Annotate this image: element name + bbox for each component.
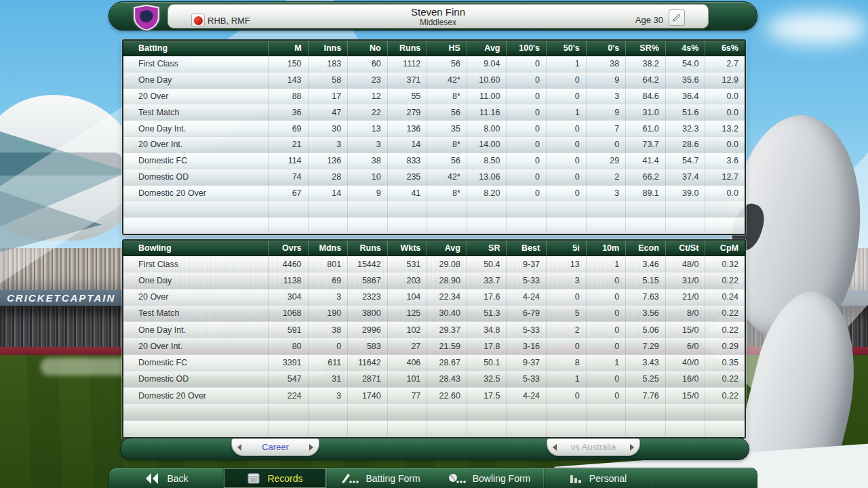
cell-value: 2323 xyxy=(348,289,388,305)
row-label xyxy=(123,218,269,233)
row-label: Domestic OD xyxy=(123,169,269,185)
cell-value: 55 xyxy=(388,89,428,104)
column-header: 50's xyxy=(547,41,587,56)
cell-value: 3 xyxy=(309,289,349,305)
cell-value: 34.8 xyxy=(467,322,507,338)
cell-value: 56 xyxy=(427,56,467,72)
cell-value: 39.0 xyxy=(666,186,706,201)
cell-value xyxy=(388,201,428,217)
cell-value: 88 xyxy=(269,89,309,104)
column-header: 0's xyxy=(587,41,627,56)
opponent-tab-label[interactable]: vs Australia xyxy=(571,442,616,452)
row-label xyxy=(123,421,269,436)
cell-value: 5-33 xyxy=(507,322,547,338)
row-label: 20 Over Int. xyxy=(123,137,269,152)
back-label: Back xyxy=(167,473,188,484)
cell-value: 0.0 xyxy=(705,104,745,120)
cell-value: 50.4 xyxy=(467,256,507,272)
table-row: Domestic OD74281023542*13.0600266.237.41… xyxy=(123,169,745,186)
cell-value: 5.25 xyxy=(626,371,666,387)
career-tab-label[interactable]: Career xyxy=(262,442,289,452)
cell-value: 69 xyxy=(269,121,309,136)
batting-stats-table: BattingMInnsNoRunsHSAvg100's50's0'sSR%4s… xyxy=(122,39,746,235)
cell-value: 54.0 xyxy=(666,56,706,72)
club-crest-icon xyxy=(130,3,163,32)
opponent-tab-selector[interactable]: vs Australia xyxy=(547,439,640,456)
career-tab-selector[interactable]: Career xyxy=(231,439,319,456)
cell-value: 583 xyxy=(348,338,388,354)
cell-value: 0.0 xyxy=(705,89,745,104)
back-button[interactable]: Back xyxy=(109,468,223,488)
cell-value xyxy=(269,201,309,217)
cell-value xyxy=(705,421,745,436)
career-next-arrow-icon[interactable] xyxy=(309,444,313,451)
tab-batting-form[interactable]: Batting Form xyxy=(326,468,435,488)
column-header: Ct/St xyxy=(666,241,706,256)
row-label: Domestic 20 Over xyxy=(123,186,269,201)
table-row: Domestic FC11413638833568.50002941.454.7… xyxy=(123,153,745,169)
opponent-prev-arrow-icon[interactable] xyxy=(553,444,557,451)
cell-value: 14.00 xyxy=(467,137,507,152)
career-prev-arrow-icon[interactable] xyxy=(237,444,241,451)
cloud xyxy=(766,12,868,45)
records-clipboard-icon xyxy=(247,472,260,485)
cell-value: 22 xyxy=(348,104,388,120)
cell-value: 51.6 xyxy=(666,104,706,120)
player-header-bar: Steven Finn Middlesex RHB, RMF Age 30 xyxy=(108,1,757,30)
cell-value: 12.7 xyxy=(705,169,745,185)
cell-value: 35.6 xyxy=(666,73,706,88)
cell-value: 9-37 xyxy=(507,256,547,272)
batting-form-label: Batting Form xyxy=(366,473,420,484)
cell-value: 0 xyxy=(507,137,547,152)
cell-value: 125 xyxy=(388,306,428,321)
table-row: 20 Over3043232310422.3417.64-24007.6321/… xyxy=(123,289,745,306)
cell-value: 56 xyxy=(427,153,467,169)
cell-value xyxy=(467,404,507,420)
cell-value: 13.2 xyxy=(705,121,745,136)
cricket-ball-seam-icon xyxy=(448,472,466,485)
back-double-chevron-icon xyxy=(144,472,160,485)
cell-value: 36.4 xyxy=(666,89,706,104)
cell-value: 30 xyxy=(309,121,349,136)
cell-value: 38 xyxy=(309,322,349,338)
cell-value: 0 xyxy=(547,289,587,305)
cricket-bat-icon xyxy=(341,472,359,485)
cell-value: 40/0 xyxy=(666,355,706,371)
tab-bowling-form[interactable]: Bowling Form xyxy=(435,468,543,488)
column-header: M xyxy=(269,41,309,56)
table-body: First Class44608011544253129.0850.49-371… xyxy=(123,256,745,437)
cell-value: 14 xyxy=(388,137,428,152)
opponent-next-arrow-icon[interactable] xyxy=(630,444,634,451)
column-header: Runs xyxy=(388,41,428,56)
cell-value: 0 xyxy=(507,104,547,120)
cell-value xyxy=(587,404,627,420)
cell-value: 0.35 xyxy=(705,355,745,371)
cell-value: 0.22 xyxy=(705,306,745,321)
cell-value: 54.7 xyxy=(666,153,706,169)
cell-value: 3-16 xyxy=(507,338,547,354)
tab-records[interactable]: Records xyxy=(223,468,326,488)
cell-value: 6-79 xyxy=(507,306,547,321)
tab-personal[interactable]: Personal xyxy=(543,468,652,488)
table-row: 20 Over881712558*11.0000384.636.40.0 xyxy=(123,89,745,105)
cell-value xyxy=(269,218,309,233)
cell-value: 8.20 xyxy=(467,186,507,201)
cell-value: 9-37 xyxy=(507,355,547,371)
edit-age-button[interactable] xyxy=(669,9,685,26)
cell-value: 7.29 xyxy=(626,338,666,354)
table-header-row: BowlingOvrsMdnsRunsWktsAvgSRBest5i10mEco… xyxy=(123,241,745,256)
cell-value: 84.6 xyxy=(626,89,666,104)
row-label: One Day xyxy=(123,73,269,88)
cell-value: 1740 xyxy=(348,388,388,403)
table-body: First Class150183601112569.04013838.254.… xyxy=(123,56,745,234)
row-label: One Day xyxy=(123,272,269,288)
cell-value: 11.16 xyxy=(467,104,507,120)
cell-value: 0 xyxy=(587,388,627,403)
cell-value: 224 xyxy=(269,388,309,403)
row-label: One Day Int. xyxy=(123,121,269,136)
cell-value xyxy=(666,218,706,233)
cell-value: 58 xyxy=(309,73,349,88)
cell-value: 0 xyxy=(507,89,547,104)
cell-value: 10 xyxy=(348,169,388,185)
pencil-icon xyxy=(671,12,682,23)
